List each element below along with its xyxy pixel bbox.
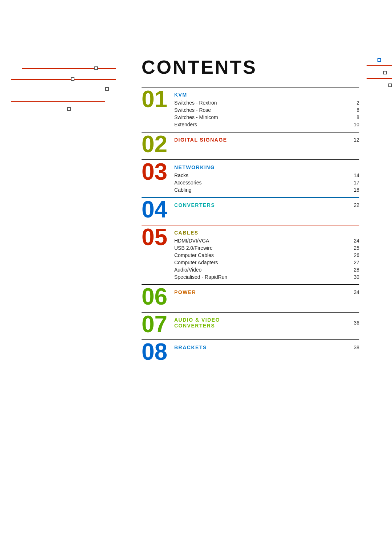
item-page: 30 xyxy=(348,274,359,280)
section-02-inline-row: DIGITAL SIGNAGE12 xyxy=(174,137,359,143)
item-page: 28 xyxy=(348,267,359,273)
section-07: 07AUDIO & VIDEOCONVERTERS36 xyxy=(142,312,359,339)
list-item: Racks14 xyxy=(174,172,359,179)
list-item: Switches - Rose6 xyxy=(174,106,359,114)
page-title: CONTENTS xyxy=(142,56,359,78)
section-02: 02DIGITAL SIGNAGE12 xyxy=(142,132,359,159)
list-item: HDMI/DVI/VGA24 xyxy=(174,237,359,244)
section-02-page: 12 xyxy=(348,137,359,143)
section-05-body: CABLESHDMI/DVI/VGA24USB 2.0/Firewire25Co… xyxy=(174,228,359,281)
item-label: Switches - Rose xyxy=(174,107,348,113)
section-06-inline-row: POWER34 xyxy=(174,289,359,295)
list-item: Cabling18 xyxy=(174,186,359,194)
section-03-body: NETWORKINGRacks14Accessories17Cabling18 xyxy=(174,163,359,194)
square-2 xyxy=(71,77,74,81)
item-label: Specialised - RapidRun xyxy=(174,274,348,280)
item-label: Switches - Rextron xyxy=(174,100,348,106)
section-02-title: DIGITAL SIGNAGE xyxy=(174,137,227,143)
item-label: Cabling xyxy=(174,187,348,193)
section-07-inline-row: AUDIO & VIDEOCONVERTERS36 xyxy=(174,317,359,329)
list-item: Extenders10 xyxy=(174,121,359,128)
section-01-row: 01KVMSwitches - Rextron2Switches - Rose6… xyxy=(142,90,359,128)
section-08-inline-row: BRACKETS38 xyxy=(174,345,359,350)
section-03: 03NETWORKINGRacks14Accessories17Cabling1… xyxy=(142,159,359,197)
section-01-title: KVM xyxy=(174,92,359,98)
section-08-top-line xyxy=(142,339,359,340)
section-02-number: 02 xyxy=(142,133,171,156)
item-label: Accessories xyxy=(174,180,348,186)
section-02-body: DIGITAL SIGNAGE12 xyxy=(174,135,359,143)
list-item: Switches - Minicom8 xyxy=(174,114,359,121)
item-page: 6 xyxy=(348,107,359,113)
section-05: 05CABLESHDMI/DVI/VGA24USB 2.0/Firewire25… xyxy=(142,225,359,284)
item-label: Racks xyxy=(174,172,348,178)
item-label: Computer Adapters xyxy=(174,260,348,265)
item-page: 14 xyxy=(348,172,359,178)
item-label: Extenders xyxy=(174,122,348,127)
section-05-top-line xyxy=(142,225,359,225)
list-item: Specialised - RapidRun30 xyxy=(174,273,359,281)
section-08-body: BRACKETS38 xyxy=(174,343,359,350)
section-07-number: 07 xyxy=(142,313,171,336)
item-page: 18 xyxy=(348,187,359,193)
section-07-body: AUDIO & VIDEOCONVERTERS36 xyxy=(174,315,359,329)
section-07-top-line xyxy=(142,312,359,313)
red-line-1 xyxy=(22,68,116,69)
square-r3 xyxy=(388,83,392,87)
section-08: 08BRACKETS38 xyxy=(142,339,359,367)
item-page: 8 xyxy=(348,114,359,120)
list-item: Switches - Rextron2 xyxy=(174,99,359,106)
section-04-number: 04 xyxy=(142,198,171,221)
item-page: 2 xyxy=(348,100,359,106)
section-05-number: 05 xyxy=(142,225,171,249)
list-item: USB 2.0/Firewire25 xyxy=(174,244,359,252)
section-07-row: 07AUDIO & VIDEOCONVERTERS36 xyxy=(142,315,359,336)
item-page: 25 xyxy=(348,245,359,251)
section-05-title: CABLES xyxy=(174,230,359,236)
item-label: Computer Cables xyxy=(174,252,348,258)
item-label: Switches - Minicom xyxy=(174,114,348,120)
list-item: Audio/Video28 xyxy=(174,266,359,273)
section-02-row: 02DIGITAL SIGNAGE12 xyxy=(142,135,359,156)
red-line-r2 xyxy=(367,78,392,79)
item-page: 24 xyxy=(348,238,359,244)
section-01-top-line xyxy=(142,87,359,87)
section-06: 06POWER34 xyxy=(142,284,359,312)
red-line-3 xyxy=(11,101,105,102)
section-04: 04CONVERTERS22 xyxy=(142,197,359,225)
list-item: Accessories17 xyxy=(174,179,359,186)
square-4 xyxy=(67,107,71,111)
item-label: HDMI/DVI/VGA xyxy=(174,238,348,244)
section-06-number: 06 xyxy=(142,285,171,308)
square-3 xyxy=(105,87,109,91)
section-06-title: POWER xyxy=(174,289,196,295)
section-03-title: NETWORKING xyxy=(174,164,359,170)
section-04-row: 04CONVERTERS22 xyxy=(142,201,359,221)
section-04-inline-row: CONVERTERS22 xyxy=(174,202,359,208)
red-line-r1 xyxy=(367,65,392,66)
section-05-row: 05CABLESHDMI/DVI/VGA24USB 2.0/Firewire25… xyxy=(142,228,359,281)
section-02-top-line xyxy=(142,132,359,133)
section-01-number: 01 xyxy=(142,87,171,111)
square-r1 xyxy=(377,58,381,62)
section-04-title: CONVERTERS xyxy=(174,202,215,208)
section-01-body: KVMSwitches - Rextron2Switches - Rose6Sw… xyxy=(174,90,359,128)
sections-container: 01KVMSwitches - Rextron2Switches - Rose6… xyxy=(142,87,359,367)
main-content: CONTENTS 01KVMSwitches - Rextron2Switche… xyxy=(142,56,359,367)
item-label: Audio/Video xyxy=(174,267,348,273)
item-page: 17 xyxy=(348,180,359,186)
item-page: 26 xyxy=(348,252,359,258)
section-03-top-line xyxy=(142,159,359,160)
square-1 xyxy=(94,66,98,70)
section-06-row: 06POWER34 xyxy=(142,288,359,308)
section-07-title: AUDIO & VIDEOCONVERTERS xyxy=(174,317,220,329)
section-08-title: BRACKETS xyxy=(174,345,207,350)
list-item: Computer Adapters27 xyxy=(174,259,359,266)
section-07-page: 36 xyxy=(348,320,359,326)
section-08-number: 08 xyxy=(142,340,171,363)
item-page: 27 xyxy=(348,260,359,265)
list-item: Computer Cables26 xyxy=(174,252,359,259)
section-06-page: 34 xyxy=(348,289,359,295)
section-03-row: 03NETWORKINGRacks14Accessories17Cabling1… xyxy=(142,163,359,194)
square-r2 xyxy=(383,71,387,74)
